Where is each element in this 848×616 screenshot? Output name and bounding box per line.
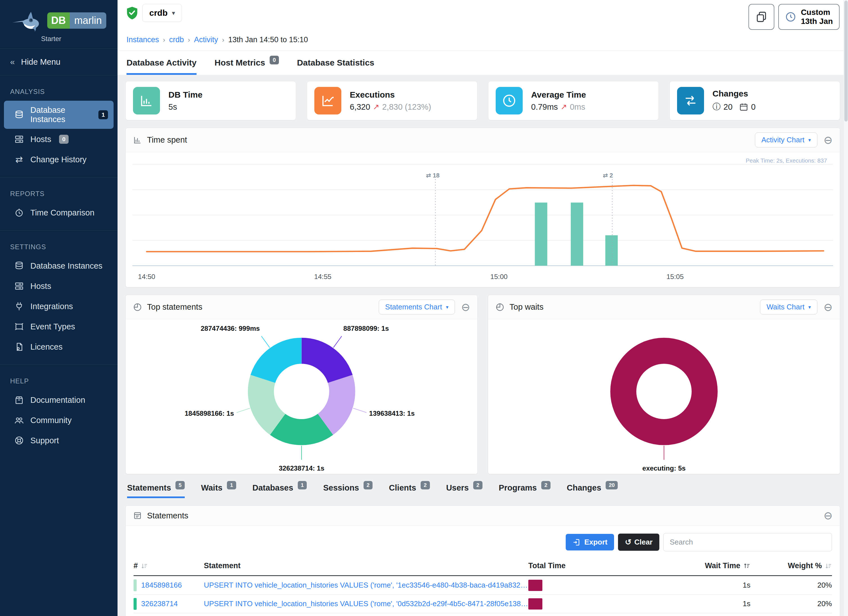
section-title: ANALYSIS bbox=[0, 80, 117, 100]
metric-cards: DB Time 5s Executions 6,320 ↗ 2,830 (123… bbox=[125, 81, 840, 120]
tab-database-statistics[interactable]: Database Statistics bbox=[297, 58, 374, 75]
sidebar-section-reports: REPORTS Time Comparison bbox=[0, 177, 117, 230]
copy-icon bbox=[755, 11, 768, 23]
statement-color-chip bbox=[133, 598, 136, 610]
chevron-down-icon: ▾ bbox=[172, 10, 175, 16]
statement-link[interactable]: UPSERT INTO vehicle_location_histories V… bbox=[204, 600, 528, 608]
search-input[interactable] bbox=[663, 533, 832, 551]
clock-icon bbox=[14, 208, 24, 218]
tab-database-activity[interactable]: Database Activity bbox=[126, 58, 197, 75]
statements-chart-dropdown[interactable]: Statements Chart ▾ bbox=[379, 300, 455, 315]
tab-users[interactable]: Users 2 bbox=[446, 483, 482, 498]
column-wait-time[interactable]: Wait Time bbox=[618, 561, 750, 570]
sidebar-item-documentation[interactable]: Documentation bbox=[4, 390, 114, 410]
panel-title: Top waits bbox=[495, 302, 544, 312]
breadcrumb-crdb[interactable]: crdb bbox=[169, 36, 184, 44]
metric-card-db-time: DB Time 5s bbox=[125, 81, 296, 120]
copy-link-button[interactable] bbox=[749, 4, 774, 30]
tab-statements[interactable]: Statements 5 bbox=[127, 483, 185, 498]
tab-sessions[interactable]: Sessions 2 bbox=[323, 483, 372, 498]
sidebar-item-community[interactable]: Community bbox=[4, 410, 114, 430]
detail-tabs: Statements 5 Waits 1 Databases 1 Session… bbox=[125, 482, 840, 498]
event-types-icon bbox=[14, 322, 24, 332]
statements-table: # Statement Total Time Wait Time bbox=[126, 554, 840, 616]
sidebar-item-event-types[interactable]: Event Types bbox=[4, 317, 114, 336]
panel-title: Top statements bbox=[133, 302, 202, 312]
sidebar-item-hosts[interactable]: Hosts 0 bbox=[4, 129, 114, 149]
count-badge: 1 bbox=[98, 110, 108, 119]
hide-menu-button[interactable]: « Hide Menu bbox=[0, 49, 117, 76]
sidebar-item-time-comparison[interactable]: Time Comparison bbox=[4, 203, 114, 223]
column-statement[interactable]: Statement bbox=[204, 561, 528, 570]
column-weight[interactable]: Weight % bbox=[750, 561, 832, 570]
svg-text:15:00: 15:00 bbox=[490, 273, 508, 281]
svg-text:1845898166: 1s: 1845898166: 1s bbox=[185, 410, 234, 417]
sidebar-item-database-instances[interactable]: Database Instances 1 bbox=[4, 101, 114, 129]
licence-document-icon bbox=[14, 342, 24, 352]
wait-time-value: 1s bbox=[618, 581, 750, 589]
swap-arrows-icon: ⇄ bbox=[14, 154, 24, 165]
collapse-panel-icon[interactable]: ⊖ bbox=[824, 510, 833, 521]
top-waits-header: Top waits Waits Chart ▾ ⊖ bbox=[488, 295, 840, 319]
section-title: REPORTS bbox=[0, 183, 117, 202]
tab-waits[interactable]: Waits 1 bbox=[201, 483, 236, 498]
statement-link[interactable]: UPSERT INTO vehicle_location_histories V… bbox=[204, 581, 528, 589]
sidebar-item-support[interactable]: Support bbox=[4, 430, 114, 450]
tab-databases[interactable]: Databases 1 bbox=[252, 483, 307, 498]
tab-clients[interactable]: Clients 2 bbox=[389, 483, 430, 498]
panel-title: Statements bbox=[133, 511, 188, 520]
sidebar-item-settings-database-instances[interactable]: Database Instances bbox=[4, 256, 114, 276]
logo-block: DB marlin Starter bbox=[0, 0, 117, 49]
sidebar-item-settings-hosts[interactable]: Hosts bbox=[4, 276, 114, 296]
undo-icon: ↺ bbox=[625, 537, 631, 547]
sort-down-icon bbox=[141, 562, 148, 570]
activity-chart-dropdown[interactable]: Activity Chart ▾ bbox=[755, 132, 817, 147]
instance-selector[interactable]: crdb ▾ bbox=[142, 4, 182, 22]
statement-id-link[interactable]: 326238714 bbox=[141, 600, 178, 608]
sidebar-item-licences[interactable]: Licences bbox=[4, 337, 114, 357]
up-arrow-icon: ↗ bbox=[373, 102, 380, 111]
swap-arrows-icon bbox=[677, 87, 704, 114]
total-time-bar bbox=[528, 580, 543, 591]
tab-changes[interactable]: Changes 20 bbox=[567, 483, 618, 498]
top-statements-chart: 887898099: 1s139638413: 1s326238714: 1s1… bbox=[126, 319, 477, 474]
svg-text:14:55: 14:55 bbox=[314, 273, 332, 281]
chevron-down-icon: ▾ bbox=[446, 304, 448, 310]
svg-text:139638413: 1s: 139638413: 1s bbox=[369, 410, 415, 417]
column-id[interactable]: # bbox=[133, 561, 204, 570]
collapse-panel-icon[interactable]: ⊖ bbox=[824, 135, 833, 145]
breadcrumb-activity[interactable]: Activity bbox=[194, 36, 218, 44]
breadcrumb-instances[interactable]: Instances bbox=[126, 36, 159, 44]
scrollbar-thumb[interactable] bbox=[844, 1, 848, 122]
section-title: HELP bbox=[0, 370, 117, 390]
collapse-panel-icon[interactable]: ⊖ bbox=[824, 302, 833, 313]
panel-title: Time spent bbox=[133, 135, 187, 145]
chevron-down-icon: ▾ bbox=[808, 137, 811, 143]
weight-value: 20% bbox=[750, 581, 832, 589]
waits-chart-dropdown[interactable]: Waits Chart ▾ bbox=[760, 300, 817, 315]
export-button[interactable]: Export bbox=[566, 534, 614, 551]
chart-icon bbox=[133, 135, 142, 145]
collapse-panel-icon[interactable]: ⊖ bbox=[461, 302, 470, 313]
count-badge: 0 bbox=[270, 56, 279, 64]
table-row: 139638413 SELECT city, id FROM vehicles … bbox=[133, 613, 832, 616]
statement-id-link[interactable]: 1845898166 bbox=[141, 581, 182, 589]
clear-button[interactable]: ↺ Clear bbox=[618, 534, 659, 551]
count-badge: 20 bbox=[606, 481, 618, 490]
database-icon bbox=[14, 110, 24, 120]
tab-host-metrics[interactable]: Host Metrics 0 bbox=[215, 58, 279, 75]
svg-text:326238714: 1s: 326238714: 1s bbox=[279, 465, 324, 472]
time-range-button[interactable]: Custom13th Jan bbox=[778, 4, 839, 30]
svg-text:⇄ 18: ⇄ 18 bbox=[426, 172, 439, 179]
sidebar-item-change-history[interactable]: ⇄ Change History bbox=[4, 150, 114, 169]
database-icon bbox=[14, 261, 24, 271]
statements-panel-header: Statements ⊖ bbox=[126, 506, 840, 526]
metric-card-changes: Changes ⓘ 20 0 bbox=[669, 81, 840, 120]
tab-programs[interactable]: Programs 2 bbox=[499, 483, 550, 498]
sidebar-item-integrations[interactable]: Integrations bbox=[4, 297, 114, 316]
svg-text:Peak Time: 2s, Executions: 837: Peak Time: 2s, Executions: 837 bbox=[746, 157, 827, 164]
time-spent-chart: ⇄ 18⇄ 214:5014:5515:0015:05Peak Time: 2s… bbox=[126, 152, 840, 287]
sidebar-section-analysis: ANALYSIS Database Instances 1 Hosts 0 ⇄ … bbox=[0, 76, 117, 177]
column-total-time[interactable]: Total Time bbox=[528, 561, 618, 570]
page-scrollbar[interactable] bbox=[844, 0, 848, 616]
